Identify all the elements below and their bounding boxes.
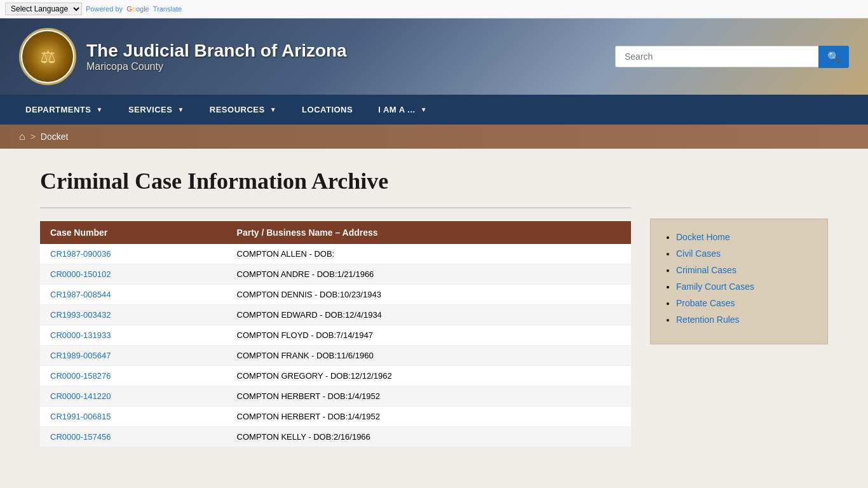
- nav-item-departments[interactable]: DEPARTMENTS▼: [13, 95, 116, 125]
- translate-link[interactable]: Translate: [153, 5, 182, 13]
- case-number-link[interactable]: CR1987-090036: [50, 249, 111, 259]
- table-row: CR1987-008544COMPTON DENNIS - DOB:10/23/…: [40, 285, 631, 305]
- case-number-cell: CR1989-005647: [40, 346, 227, 366]
- case-table: Case Number Party / Business Name – Addr…: [40, 221, 631, 447]
- case-number-cell: CR0000-150102: [40, 264, 227, 285]
- content-area: Criminal Case Information Archive Case N…: [40, 168, 631, 447]
- case-number-cell: CR1987-008544: [40, 285, 227, 305]
- title-divider: [40, 207, 631, 208]
- page-title: Criminal Case Information Archive: [40, 168, 631, 194]
- case-number-link[interactable]: CR0000-141220: [50, 391, 111, 401]
- case-number-link[interactable]: CR1987-008544: [50, 290, 111, 299]
- language-bar: Select Language Powered by Google Transl…: [0, 0, 868, 18]
- table-row: CR1987-090036COMPTON ALLEN - DOB:: [40, 244, 631, 264]
- sidebar-link-family-court-cases[interactable]: Family Court Cases: [676, 281, 754, 292]
- sidebar-list-item: Civil Cases: [676, 248, 815, 259]
- nav-item-locations[interactable]: LOCATIONS: [289, 95, 365, 125]
- sidebar-list-item: Family Court Cases: [676, 281, 815, 292]
- main-content: Criminal Case Information Archive Case N…: [21, 149, 847, 466]
- sidebar-list-item: Probate Cases: [676, 298, 815, 308]
- col-party-name: Party / Business Name – Address: [227, 221, 631, 244]
- sidebar-list-item: Retention Rules: [676, 315, 815, 325]
- case-number-cell: CR0000-131933: [40, 325, 227, 346]
- case-number-cell: CR0000-157456: [40, 427, 227, 447]
- nav-item-services[interactable]: SERVICES▼: [116, 95, 197, 125]
- sidebar-link-criminal-cases[interactable]: Criminal Cases: [676, 265, 736, 275]
- powered-by-label: Powered by Google: [86, 5, 149, 13]
- breadcrumb-current: Docket: [41, 132, 69, 142]
- party-name-cell: COMPTON FLOYD - DOB:7/14/1947: [227, 325, 631, 346]
- case-number-link[interactable]: CR0000-131933: [50, 330, 111, 340]
- site-title-block: The Judicial Branch of Arizona Maricopa …: [86, 41, 347, 72]
- table-row: CR0000-150102COMPTON ANDRE - DOB:1/21/19…: [40, 264, 631, 285]
- header-brand: The Judicial Branch of Arizona Maricopa …: [19, 28, 347, 85]
- party-name-cell: COMPTON FRANK - DOB:11/6/1960: [227, 346, 631, 366]
- sidebar-link-retention-rules[interactable]: Retention Rules: [676, 315, 740, 325]
- case-number-cell: CR1987-090036: [40, 244, 227, 264]
- table-header-row: Case Number Party / Business Name – Addr…: [40, 221, 631, 244]
- col-case-number: Case Number: [40, 221, 227, 244]
- sidebar-list-item: Criminal Cases: [676, 265, 815, 275]
- case-number-cell: CR1993-003432: [40, 305, 227, 325]
- nav-item-i-am-a----[interactable]: I AM A ...▼: [365, 95, 440, 125]
- breadcrumb: ⌂ > Docket: [0, 125, 868, 149]
- main-nav: DEPARTMENTS▼SERVICES▼RESOURCES▼LOCATIONS…: [0, 95, 868, 125]
- logo-seal: [22, 31, 73, 82]
- case-number-link[interactable]: CR1991-006815: [50, 412, 111, 421]
- site-logo: [19, 28, 76, 85]
- breadcrumb-separator: >: [31, 132, 36, 142]
- case-number-link[interactable]: CR1993-003432: [50, 310, 111, 320]
- party-name-cell: COMPTON EDWARD - DOB:12/4/1934: [227, 305, 631, 325]
- table-row: CR0000-131933COMPTON FLOYD - DOB:7/14/19…: [40, 325, 631, 346]
- case-number-cell: CR1991-006815: [40, 407, 227, 427]
- party-name-cell: COMPTON KELLY - DOB:2/16/1966: [227, 427, 631, 447]
- site-header: The Judicial Branch of Arizona Maricopa …: [0, 18, 868, 95]
- table-row: CR0000-141220COMPTON HERBERT - DOB:1/4/1…: [40, 386, 631, 407]
- party-name-cell: COMPTON HERBERT - DOB:1/4/1952: [227, 407, 631, 427]
- case-number-link[interactable]: CR0000-158276: [50, 371, 111, 381]
- nav-dropdown-arrow: ▼: [177, 106, 184, 113]
- table-row: CR0000-157456COMPTON KELLY - DOB:2/16/19…: [40, 427, 631, 447]
- party-name-cell: COMPTON ALLEN - DOB:: [227, 244, 631, 264]
- sidebar: Docket HomeCivil CasesCriminal CasesFami…: [650, 168, 828, 447]
- table-row: CR0000-158276COMPTON GREGORY - DOB:12/12…: [40, 366, 631, 386]
- case-number-cell: CR0000-158276: [40, 366, 227, 386]
- sidebar-list-item: Docket Home: [676, 232, 815, 242]
- case-number-cell: CR0000-141220: [40, 386, 227, 407]
- sidebar-link-civil-cases[interactable]: Civil Cases: [676, 248, 721, 259]
- party-name-cell: COMPTON DENNIS - DOB:10/23/1943: [227, 285, 631, 305]
- nav-dropdown-arrow: ▼: [96, 106, 102, 113]
- table-row: CR1989-005647COMPTON FRANK - DOB:11/6/19…: [40, 346, 631, 366]
- table-row: CR1991-006815COMPTON HERBERT - DOB:1/4/1…: [40, 407, 631, 427]
- nav-dropdown-arrow: ▼: [421, 106, 427, 113]
- case-number-link[interactable]: CR0000-150102: [50, 269, 111, 279]
- nav-item-resources[interactable]: RESOURCES▼: [197, 95, 289, 125]
- search-input[interactable]: [615, 46, 818, 67]
- sidebar-link-list: Docket HomeCivil CasesCriminal CasesFami…: [663, 232, 815, 325]
- case-number-link[interactable]: CR0000-157456: [50, 432, 111, 442]
- table-row: CR1993-003432COMPTON EDWARD - DOB:12/4/1…: [40, 305, 631, 325]
- breadcrumb-home-icon[interactable]: ⌂: [19, 131, 25, 142]
- party-name-cell: COMPTON HERBERT - DOB:1/4/1952: [227, 386, 631, 407]
- nav-dropdown-arrow: ▼: [270, 106, 276, 113]
- case-number-link[interactable]: CR1989-005647: [50, 351, 111, 360]
- sidebar-link-probate-cases[interactable]: Probate Cases: [676, 298, 735, 308]
- site-title: The Judicial Branch of Arizona: [86, 41, 347, 61]
- sidebar-link-docket-home[interactable]: Docket Home: [676, 232, 730, 242]
- party-name-cell: COMPTON GREGORY - DOB:12/12/1962: [227, 366, 631, 386]
- sidebar-box: Docket HomeCivil CasesCriminal CasesFami…: [650, 219, 828, 344]
- site-subtitle: Maricopa County: [86, 61, 347, 72]
- party-name-cell: COMPTON ANDRE - DOB:1/21/1966: [227, 264, 631, 285]
- search-block: 🔍: [615, 46, 849, 68]
- language-select[interactable]: Select Language: [5, 3, 82, 15]
- search-button[interactable]: 🔍: [818, 46, 849, 68]
